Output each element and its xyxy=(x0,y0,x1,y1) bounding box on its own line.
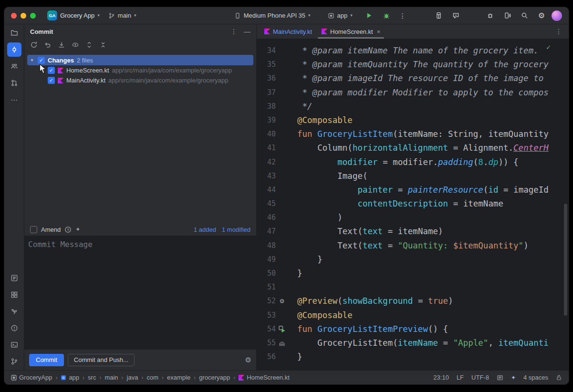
ai-assistant-icon[interactable] xyxy=(448,9,463,22)
settings-icon[interactable]: ⚙ xyxy=(280,298,284,305)
settings-icon[interactable]: ⚙ xyxy=(534,9,549,22)
code-line[interactable]: 47 Text(text = itemName) xyxy=(257,225,569,238)
reader-mode-icon[interactable] xyxy=(497,374,503,381)
device-streaming-icon[interactable] xyxy=(500,9,514,22)
users-tool-icon[interactable] xyxy=(7,59,21,73)
project-selector[interactable]: GA Grocery App ▾ xyxy=(44,9,103,22)
logcat-icon[interactable] xyxy=(466,9,480,22)
code-line[interactable]: 49 } xyxy=(257,253,569,267)
amend-checkbox[interactable] xyxy=(30,226,37,233)
commit-tool-icon[interactable] xyxy=(7,42,21,57)
app-quality-insights-icon[interactable] xyxy=(483,9,497,22)
preview-diff-icon[interactable] xyxy=(72,41,79,49)
breadcrumb-item[interactable]: groceryapp xyxy=(199,374,230,381)
code-line[interactable]: 39@Composable xyxy=(257,113,569,127)
pull-requests-tool-icon[interactable] xyxy=(7,76,21,90)
commit-message-area[interactable] xyxy=(24,236,256,349)
tab-close-icon[interactable]: × xyxy=(377,29,381,35)
inspection-ok-icon[interactable]: ✓ xyxy=(546,41,551,54)
breadcrumb-item[interactable]: main xyxy=(104,374,118,381)
terminal-tool-icon[interactable] xyxy=(7,338,21,352)
editor-scrollbar[interactable] xyxy=(564,204,567,316)
code-line[interactable]: 43 Image( xyxy=(257,169,569,183)
breadcrumb-item[interactable]: app xyxy=(61,374,79,381)
expand-all-icon[interactable] xyxy=(85,41,93,49)
breadcrumb-item[interactable]: example xyxy=(167,374,190,381)
code-line[interactable]: 51 xyxy=(257,280,569,294)
code-line[interactable]: 50} xyxy=(257,267,569,280)
device-selector[interactable]: Medium Phone API 35 ▾ xyxy=(231,10,313,21)
breadcrumb-item[interactable]: com xyxy=(146,374,158,381)
commit-settings-icon[interactable]: ⚙ xyxy=(245,356,251,363)
code-line[interactable]: 56} xyxy=(257,350,569,364)
changed-file-row[interactable]: ✓HomeScreen.ktapp/src/main/java/com/exam… xyxy=(27,65,253,75)
code-line[interactable]: 54fun GroceryListItemPreview() { xyxy=(257,322,569,336)
code-line[interactable]: 44 painter = painterResource(id = imageI… xyxy=(257,183,569,197)
minimize-button[interactable] xyxy=(21,13,26,19)
file-checkbox[interactable]: ✓ xyxy=(48,77,55,84)
code-line[interactable]: 46 ) xyxy=(257,211,569,225)
code-line[interactable]: 52⚙@Preview(showBackground = true) xyxy=(257,294,569,308)
more-tool-windows-icon[interactable]: ⋯ xyxy=(7,93,21,107)
editor-tab[interactable]: MainActivity.kt xyxy=(260,24,317,39)
code-line[interactable]: 35 * @param itemQuantity The quantity of… xyxy=(257,58,569,72)
app-inspection-icon[interactable] xyxy=(7,304,21,319)
panel-options-kebab-icon[interactable]: ⋮ xyxy=(230,28,237,35)
changes-root-row[interactable]: ▾ ✓ Changes 2 files xyxy=(27,55,253,65)
run-config-selector[interactable]: app ▾ xyxy=(325,10,355,21)
zoom-button[interactable] xyxy=(30,13,36,19)
rollback-icon[interactable] xyxy=(44,41,52,49)
breadcrumb-item[interactable]: src xyxy=(88,374,96,381)
breadcrumb-item[interactable]: HomeScreen.kt xyxy=(239,374,290,381)
code-line[interactable]: 38 */ xyxy=(257,100,569,113)
project-tool-icon[interactable] xyxy=(7,26,21,40)
layout-inspector-icon[interactable] xyxy=(431,9,446,22)
code-line[interactable]: 40fun GroceryListItem(itemName: String, … xyxy=(257,127,569,141)
close-button[interactable] xyxy=(11,13,17,19)
run-button[interactable] xyxy=(362,9,376,22)
chevron-down-icon[interactable]: ▾ xyxy=(29,58,35,62)
commit-and-push-button[interactable]: Commit and Push... xyxy=(68,354,135,366)
code-line[interactable]: 37 * @param modifier Modifier to apply t… xyxy=(257,86,569,100)
commit-history-icon[interactable] xyxy=(64,226,72,233)
code-line[interactable]: 42 modifier = modifier.padding(8.dp)) { xyxy=(257,155,569,169)
code-line[interactable]: 53@Composable xyxy=(257,309,569,322)
preview-icon[interactable] xyxy=(279,340,285,347)
search-icon[interactable] xyxy=(517,9,531,22)
lock-icon[interactable] xyxy=(556,374,562,381)
code-line[interactable]: 34 * @param itemName The name of the gro… xyxy=(257,44,569,58)
added-stat[interactable]: 1 added xyxy=(194,226,216,233)
hide-panel-icon[interactable]: — xyxy=(244,28,250,35)
caret-position[interactable]: 23:10 xyxy=(433,374,449,381)
changed-file-row[interactable]: ✓MainActivity.ktapp/src/main/java/com/ex… xyxy=(27,75,253,85)
tab-options-kebab-icon[interactable]: ⋮ xyxy=(549,28,569,35)
commit-button[interactable]: Commit xyxy=(29,354,64,366)
commit-message-input[interactable] xyxy=(24,236,256,349)
collapse-all-icon[interactable] xyxy=(99,41,107,49)
ai-commit-message-icon[interactable]: ✦ xyxy=(75,227,80,232)
encoding[interactable]: UTF-8 xyxy=(471,374,489,381)
code-line[interactable]: 48 Text(text = "Quantity: $itemQuantity"… xyxy=(257,239,569,253)
version-control-tool-icon[interactable] xyxy=(7,354,21,369)
run-options-kebab-icon[interactable]: ⋮ xyxy=(396,12,409,20)
breadcrumb-item[interactable]: java xyxy=(127,374,138,381)
ai-status-icon[interactable]: ✦ xyxy=(511,375,516,381)
file-checkbox[interactable]: ✓ xyxy=(48,67,55,74)
changes-checkbox[interactable]: ✓ xyxy=(38,57,45,64)
code-line[interactable]: 36 * @param imageId The resource ID of t… xyxy=(257,72,569,85)
editor-body[interactable]: 34 * @param itemName The name of the gro… xyxy=(257,39,569,370)
profile-avatar[interactable] xyxy=(552,10,562,21)
resource-manager-icon[interactable] xyxy=(7,288,21,302)
modified-stat[interactable]: 1 modified xyxy=(222,226,250,233)
todo-tool-icon[interactable] xyxy=(7,271,21,285)
branch-selector[interactable]: main ▾ xyxy=(105,10,139,21)
code-line[interactable]: 45 contentDescription = itemName xyxy=(257,197,569,211)
code-line[interactable]: 41 Column(horizontalAlignment = Alignmen… xyxy=(257,141,569,155)
run-preview-icon[interactable] xyxy=(279,326,286,333)
shelve-icon[interactable] xyxy=(58,41,65,49)
problems-tool-icon[interactable] xyxy=(7,321,21,335)
debug-button[interactable] xyxy=(379,9,394,22)
refresh-icon[interactable] xyxy=(30,41,38,49)
line-ending[interactable]: LF xyxy=(457,374,464,381)
breadcrumb-item[interactable]: GroceryApp xyxy=(11,374,52,381)
